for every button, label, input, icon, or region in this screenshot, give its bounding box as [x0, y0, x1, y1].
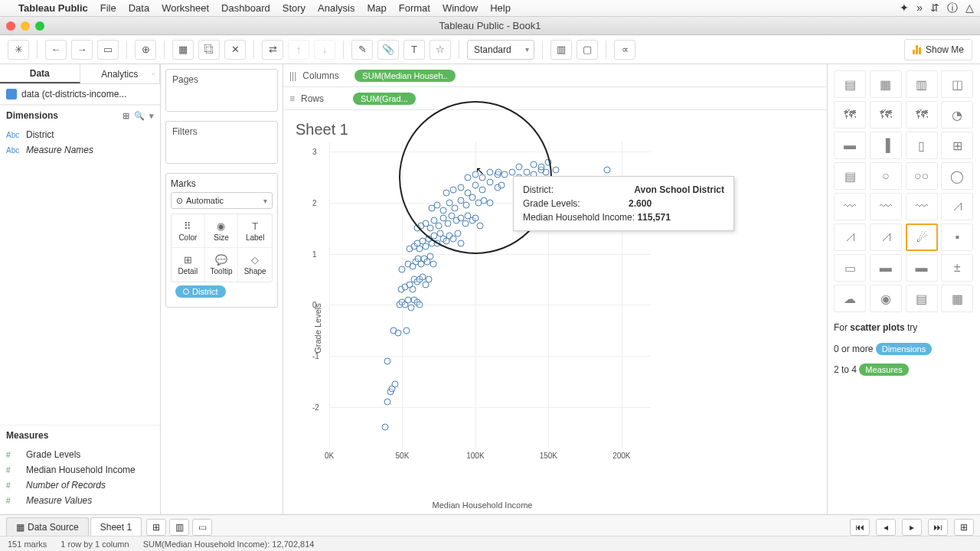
data-point[interactable]: [416, 302, 423, 308]
viz-type-8[interactable]: ▬: [834, 132, 866, 159]
viz-type-5[interactable]: 🗺: [870, 101, 902, 129]
viz-type-18[interactable]: 〰: [906, 193, 938, 220]
rows-shelf[interactable]: ≡ Rows SUM(Grad...: [283, 87, 827, 110]
data-point[interactable]: [450, 187, 457, 194]
menu-help[interactable]: Help: [490, 2, 511, 14]
viz-type-14[interactable]: ○○: [906, 162, 938, 190]
data-point[interactable]: [407, 304, 414, 311]
tableau-logo-icon[interactable]: ✳: [8, 40, 29, 60]
viz-type-9[interactable]: ▐: [870, 132, 902, 159]
viz-type-1[interactable]: ▦: [870, 70, 902, 98]
menu-dashboard[interactable]: Dashboard: [221, 2, 270, 14]
field-district[interactable]: AbcDistrict: [0, 127, 160, 142]
save-icon[interactable]: ▭: [97, 40, 119, 60]
drive-icon[interactable]: △: [965, 2, 974, 15]
data-point[interactable]: [381, 424, 388, 431]
menu-worksheet[interactable]: Worksheet: [162, 2, 209, 14]
data-point[interactable]: [384, 357, 391, 364]
group-icon[interactable]: 📎: [377, 40, 399, 60]
data-point[interactable]: [472, 181, 479, 188]
data-point[interactable]: [443, 189, 449, 196]
show-sheets-icon[interactable]: ⊞: [954, 519, 974, 536]
viz-type-24[interactable]: ▭: [834, 254, 866, 282]
info-icon[interactable]: ⓘ: [947, 2, 958, 15]
tab-sheet1[interactable]: Sheet 1: [90, 517, 142, 536]
swap-icon[interactable]: ⇄: [262, 40, 283, 60]
duplicate-icon[interactable]: ⿻: [198, 40, 220, 60]
data-point[interactable]: [537, 164, 544, 171]
new-worksheet-icon[interactable]: ▦: [172, 40, 194, 60]
data-point[interactable]: [394, 330, 401, 337]
viz-type-4[interactable]: 🗺: [834, 101, 866, 129]
new-worksheet-button[interactable]: ⊞: [146, 519, 166, 536]
viz-type-17[interactable]: 〰: [870, 193, 902, 220]
data-point[interactable]: [463, 202, 470, 209]
viz-type-23[interactable]: ▪: [941, 223, 973, 251]
data-point[interactable]: [452, 204, 459, 211]
search-icon[interactable]: 🔍: [134, 111, 145, 121]
data-point[interactable]: [472, 215, 479, 222]
data-point[interactable]: [487, 169, 494, 176]
viz-type-22[interactable]: ☄: [906, 223, 938, 251]
viz-type-12[interactable]: ▤: [834, 162, 866, 190]
undo-icon[interactable]: ←: [45, 40, 67, 60]
field-median-income[interactable]: #Median Household Income: [0, 462, 160, 478]
columns-pill[interactable]: SUM(Median Househ..: [354, 70, 455, 82]
viz-type-25[interactable]: ▬: [870, 254, 902, 282]
data-point[interactable]: [465, 174, 472, 181]
viz-type-6[interactable]: 🗺: [906, 101, 938, 129]
last-sheet-icon[interactable]: ⏭: [928, 519, 948, 536]
viz-type-31[interactable]: ▦: [941, 285, 973, 312]
presentation-icon[interactable]: ▥: [550, 40, 572, 60]
viz-type-20[interactable]: ⩘: [834, 223, 866, 251]
data-point[interactable]: [516, 164, 523, 171]
menu-data[interactable]: Data: [129, 2, 149, 14]
pin-icon[interactable]: ☆: [430, 40, 451, 60]
clear-icon[interactable]: ✕: [224, 40, 246, 60]
highlight-icon[interactable]: ✎: [351, 40, 373, 60]
viz-type-26[interactable]: ▬: [906, 254, 938, 282]
field-number-of-records[interactable]: #Number of Records: [0, 478, 160, 493]
viz-type-19[interactable]: ⩘: [941, 193, 973, 220]
viz-type-21[interactable]: ⩘: [870, 223, 902, 251]
viz-type-3[interactable]: ◫: [941, 70, 973, 98]
columns-shelf[interactable]: ||| Columns SUM(Median Househ..: [283, 64, 827, 87]
detail-pill-district[interactable]: District: [175, 285, 226, 298]
fit-select[interactable]: Standard: [467, 40, 534, 60]
marks-tooltip[interactable]: 💬Tooltip: [205, 248, 239, 282]
marks-shape[interactable]: ◇Shape: [238, 248, 272, 282]
data-point[interactable]: [434, 240, 441, 247]
data-point[interactable]: [425, 276, 432, 283]
data-point[interactable]: [531, 161, 537, 168]
marks-color[interactable]: ⠿Color: [172, 214, 205, 248]
filters-shelf[interactable]: Filters: [165, 121, 278, 164]
tab-analytics[interactable]: Analytics◦: [80, 64, 161, 83]
viz-type-7[interactable]: ◔: [941, 101, 973, 129]
sort-asc-icon[interactable]: ↑: [288, 40, 309, 60]
data-point[interactable]: [487, 179, 494, 186]
viz-type-11[interactable]: ⊞: [941, 132, 973, 159]
data-point[interactable]: [523, 169, 530, 176]
viz-type-28[interactable]: ☁: [834, 285, 866, 312]
field-measure-names[interactable]: AbcMeasure Names: [0, 142, 160, 158]
datasource-item[interactable]: data (ct-districts-income...: [0, 84, 160, 105]
rows-pill[interactable]: SUM(Grad...: [353, 93, 416, 105]
viz-type-15[interactable]: ◯: [941, 162, 973, 190]
data-point[interactable]: [457, 184, 464, 191]
field-measure-values[interactable]: #Measure Values: [0, 493, 160, 508]
viz-type-16[interactable]: 〰: [834, 193, 866, 220]
marks-size[interactable]: ◉Size: [205, 214, 239, 248]
data-point[interactable]: [403, 327, 410, 334]
window-zoom[interactable]: [35, 21, 44, 31]
menu-analysis[interactable]: Analysis: [318, 2, 354, 14]
data-point[interactable]: [552, 166, 559, 173]
tab-datasource[interactable]: ▦Data Source: [6, 517, 89, 536]
labels-icon[interactable]: T: [403, 40, 425, 60]
data-point[interactable]: [384, 399, 391, 406]
data-point[interactable]: [455, 230, 462, 237]
data-point[interactable]: [426, 253, 433, 260]
share-icon[interactable]: ∝: [614, 40, 635, 60]
data-point[interactable]: [487, 200, 494, 207]
menu-icon[interactable]: ▾: [149, 111, 154, 121]
menubar-icon[interactable]: »: [916, 2, 923, 15]
